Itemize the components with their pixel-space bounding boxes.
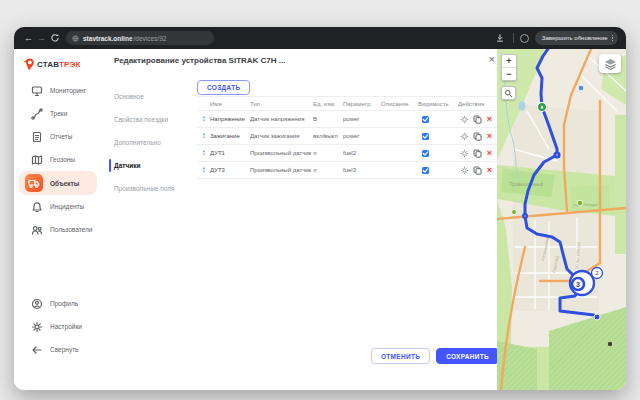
visibility-checkbox[interactable] [422, 167, 429, 174]
tab-дополнительно[interactable]: Дополнительно [102, 131, 196, 154]
profile-avatar-icon[interactable] [520, 34, 529, 43]
delete-action-icon[interactable]: × [485, 132, 494, 141]
sidebar-item-settings[interactable]: Настройки [14, 315, 102, 338]
drag-handle-icon[interactable]: ↕ [197, 149, 210, 157]
map-canvas: Промышленныйпарк ПобедыРогожниковаПирого… [497, 49, 626, 390]
drag-handle-icon[interactable]: ↕ [197, 166, 210, 174]
visibility-cell [418, 150, 458, 157]
settings-action-icon[interactable] [460, 132, 469, 141]
delete-action-icon[interactable]: × [485, 166, 494, 175]
poi-blue-marker [578, 85, 584, 91]
tracks-icon [30, 107, 43, 120]
map-layers-button[interactable] [599, 54, 621, 73]
sidebar-item-label: Профиль [50, 300, 78, 307]
sidebar-item-label: Объекты [50, 180, 79, 187]
visibility-cell [418, 167, 458, 174]
forward-icon[interactable]: → [35, 27, 48, 49]
cell-name: ДУТ1 [210, 150, 250, 156]
cell-unit: вкл/выкл [313, 133, 343, 139]
sidebar-item-label: Свернуть [50, 346, 79, 353]
sidebar-item-objects[interactable]: Объекты [19, 171, 97, 195]
layers-icon [604, 58, 617, 70]
copy-action-icon[interactable] [473, 149, 482, 158]
sidebar-item-profile[interactable]: Профиль [14, 292, 102, 315]
map[interactable]: Промышленныйпарк ПобедыРогожниковаПирого… [497, 49, 626, 390]
cell-name: Напряжение [210, 116, 250, 122]
visibility-cell [418, 116, 458, 123]
copy-action-icon[interactable] [473, 115, 482, 124]
cell-param: fuel2 [343, 150, 381, 156]
map-label: Промышленный [509, 181, 544, 187]
copy-action-icon[interactable] [473, 166, 482, 175]
copy-action-icon[interactable] [473, 132, 482, 141]
save-button[interactable]: СОХРАНИТЬ [436, 348, 499, 364]
sensors-table: ИмяТипЕд. изм.ПараметрОписаниеВидимостьД… [197, 96, 503, 179]
table-row: ↕ДУТ1Произвольный датчиклfuel2× [197, 145, 503, 162]
app-logo[interactable]: СТАВТРЭК [23, 58, 81, 71]
address-bar[interactable]: stavtrack.online /devices/92 [66, 31, 214, 45]
edit-device-modal: Редактирование устройства SITRAK C7H ...… [102, 49, 509, 390]
cluster-count: 3 [576, 281, 580, 288]
sidebar-item-tracks[interactable]: Треки [14, 102, 102, 125]
kebab-menu-icon[interactable] [612, 35, 613, 42]
table-row: ↕ЗажиганиеДатчик зажиганиявкл/выклpower× [197, 128, 503, 145]
settings-action-icon[interactable] [460, 149, 469, 158]
sidebar-item-label: Инциденты [50, 203, 84, 210]
create-button[interactable]: СОЗДАТЬ [197, 80, 250, 95]
column-header: Описание [381, 101, 418, 107]
end-marker[interactable] [594, 314, 600, 320]
visibility-checkbox[interactable] [422, 116, 429, 123]
profile-icon [30, 297, 43, 310]
cell-param: fuel3 [343, 167, 381, 173]
users-icon [30, 223, 43, 236]
sidebar-item-label: Пользователи [50, 226, 92, 233]
cell-param: power [343, 133, 381, 139]
table-row: ↕НапряжениеДатчик напряженияВpower× [197, 111, 503, 128]
cell-type: Произвольный датчик [250, 150, 313, 156]
cell-param: power [343, 116, 381, 122]
sidebar-item-incidents[interactable]: Инциденты [14, 195, 102, 218]
cell-type: Произвольный датчик [250, 167, 313, 173]
close-icon[interactable]: × [489, 53, 495, 65]
table-header-row: ИмяТипЕд. изм.ПараметрОписаниеВидимостьД… [197, 97, 503, 111]
sidebar-item-label: Треки [50, 110, 67, 117]
sidebar-footer-nav: ПрофильНастройкиСвернуть [14, 292, 102, 361]
drag-handle-icon[interactable]: ↕ [197, 132, 210, 140]
tab-произвольные-поля[interactable]: Произвольные поля [102, 177, 196, 200]
site-info-icon[interactable] [72, 35, 79, 42]
sidebar-item-users[interactable]: Пользователи [14, 218, 102, 241]
sidebar-item-monitor[interactable]: Мониторинг [14, 79, 102, 102]
finish-update-button[interactable]: Завершить обновление [535, 31, 618, 45]
tab-основное[interactable]: Основное [102, 85, 196, 108]
sidebar-item-collapse[interactable]: Свернуть [14, 338, 102, 361]
poi-park-marker [512, 210, 517, 215]
url-host: stavtrack.online [83, 35, 133, 42]
finish-update-label: Завершить обновление [542, 35, 608, 41]
tab-датчики[interactable]: Датчики [102, 154, 196, 177]
cell-unit: л [313, 150, 343, 156]
sidebar-item-geozones[interactable]: Геозоны [14, 148, 102, 171]
reload-icon[interactable] [48, 32, 61, 45]
settings-action-icon[interactable] [460, 115, 469, 124]
tab-свойства-поездки[interactable]: Свойства поездки [102, 108, 196, 131]
url-path: /devices/92 [134, 35, 167, 42]
modal-title: Редактирование устройства SITRAK C7H ... [114, 56, 285, 65]
table-row: ↕ДУТ3Произвольный датчиклfuel3× [197, 162, 503, 179]
delete-action-icon[interactable]: × [485, 149, 494, 158]
visibility-checkbox[interactable] [422, 150, 429, 157]
settings-action-icon[interactable] [460, 166, 469, 175]
zoom-out-button[interactable]: − [502, 67, 516, 80]
sidebar-item-reports[interactable]: Отчеты [14, 125, 102, 148]
back-icon[interactable]: ← [22, 27, 35, 49]
download-icon[interactable] [494, 32, 507, 45]
settings-icon [30, 320, 43, 333]
delete-action-icon[interactable]: × [485, 115, 494, 124]
reports-icon [30, 130, 43, 143]
visibility-checkbox[interactable] [422, 133, 429, 140]
toolbar-divider [513, 33, 514, 43]
cancel-button[interactable]: ОТМЕНИТЬ [371, 348, 430, 364]
drag-handle-icon[interactable]: ↕ [197, 115, 210, 123]
sidebar: СТАВТРЭК МониторингТрекиОтчетыГеозоныОбъ… [14, 49, 103, 390]
map-search-button[interactable] [501, 86, 516, 100]
zoom-in-button[interactable]: + [502, 55, 516, 67]
